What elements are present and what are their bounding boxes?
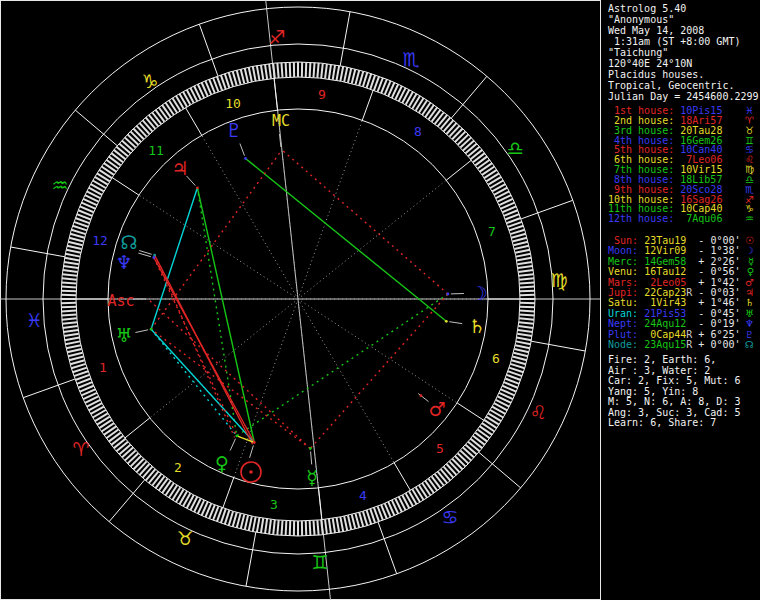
degree-tick bbox=[122, 140, 133, 150]
header-line: Julian Day = 2454600.2299 bbox=[608, 91, 760, 102]
degree-tick bbox=[109, 156, 121, 165]
aspect-point-dot bbox=[309, 447, 312, 450]
sign-boundary-line bbox=[479, 452, 521, 488]
degree-tick bbox=[306, 62, 307, 77]
degree-tick bbox=[337, 66, 340, 81]
degree-tick bbox=[518, 326, 533, 328]
planet-position-value: 23Aqu15 bbox=[644, 339, 686, 350]
degree-tick bbox=[471, 439, 483, 448]
degree-tick bbox=[146, 117, 156, 128]
venus-icon: ♀ bbox=[215, 452, 229, 474]
degree-tick bbox=[512, 238, 526, 242]
degree-tick bbox=[237, 513, 241, 527]
degree-tick bbox=[67, 349, 82, 352]
house-label: 12th house: bbox=[608, 213, 674, 224]
aspect-line bbox=[151, 329, 310, 448]
sign-boundary-line bbox=[75, 110, 117, 146]
degree-tick bbox=[261, 518, 263, 533]
degree-tick bbox=[63, 326, 78, 328]
daily-motion-value: - 0°19' bbox=[698, 318, 740, 329]
degree-tick bbox=[460, 137, 471, 147]
degree-tick bbox=[515, 345, 530, 348]
degree-tick bbox=[520, 291, 535, 292]
planet-pointer-dash bbox=[135, 330, 148, 333]
astrolog-window: ♓♈♉♊♋♌♍♎♏♐♑♒123456789101112☽☿♀♂♃♄♅♆♇☊MCA… bbox=[0, 0, 760, 600]
degree-tick bbox=[519, 322, 534, 324]
degree-tick bbox=[471, 150, 483, 159]
degree-tick bbox=[136, 126, 146, 137]
degree-tick bbox=[143, 467, 153, 478]
sign-boundary-line bbox=[340, 12, 350, 66]
house-cusp-segment bbox=[394, 463, 410, 491]
degree-tick bbox=[241, 514, 245, 529]
degree-tick bbox=[65, 341, 80, 344]
degree-tick bbox=[455, 131, 466, 142]
degree-tick bbox=[233, 512, 237, 526]
degree-tick bbox=[325, 64, 327, 79]
house-list: 1st house: 10Pis15♓ 2nd house: 18Ari57♈ … bbox=[608, 106, 760, 224]
degree-tick bbox=[348, 515, 351, 530]
degree-tick bbox=[130, 456, 141, 467]
sign-boundary-line bbox=[23, 379, 75, 398]
degree-tick bbox=[452, 129, 462, 140]
house-cusp-dotted bbox=[150, 299, 298, 418]
aspect-point-dot bbox=[445, 320, 448, 323]
planet-pointer-dash bbox=[311, 452, 312, 465]
house-cusp-dotted bbox=[298, 299, 394, 463]
degree-tick bbox=[116, 147, 127, 157]
planet-label: Moon: bbox=[608, 245, 638, 256]
degree-tick bbox=[344, 516, 347, 531]
pluto-icon: ♇ bbox=[225, 119, 242, 141]
degree-tick bbox=[516, 254, 531, 257]
degree-tick bbox=[286, 62, 287, 77]
aspect-line bbox=[151, 188, 197, 329]
sign-boundary-line bbox=[11, 247, 65, 257]
planet-position-value: 2Leo05 bbox=[644, 277, 686, 288]
planet-position-value: 0Cap44 bbox=[644, 329, 686, 340]
stats-line: Learn: 6, Share: 7 bbox=[608, 418, 760, 429]
degree-tick bbox=[317, 520, 318, 535]
degree-tick bbox=[466, 144, 477, 154]
degree-tick bbox=[514, 246, 529, 249]
degree-tick bbox=[475, 433, 487, 442]
degree-tick bbox=[245, 515, 248, 530]
degree-tick bbox=[449, 126, 459, 137]
degree-tick bbox=[438, 115, 447, 127]
planet-label: Merc: bbox=[608, 256, 638, 267]
planet-icon: ☊ bbox=[745, 340, 754, 350]
degree-tick bbox=[340, 66, 343, 81]
degree-tick bbox=[237, 70, 241, 84]
degree-tick bbox=[432, 110, 441, 122]
degree-tick bbox=[253, 66, 256, 81]
degree-tick bbox=[460, 450, 471, 460]
degree-tick bbox=[65, 258, 80, 261]
planet-position-value: 24Aqu12 bbox=[644, 318, 686, 329]
header-line: 1:31am (ST +8:00 GMT) bbox=[608, 36, 760, 47]
planet-position-value: 14Gem58 bbox=[644, 256, 686, 267]
sign-boundary-line bbox=[246, 532, 256, 586]
house-cusp-segment bbox=[274, 78, 277, 110]
degree-tick bbox=[125, 137, 136, 147]
planet-position-value: 23Tau19 bbox=[644, 235, 686, 246]
degree-tick bbox=[152, 474, 161, 486]
north-node-icon: ☊ bbox=[121, 231, 138, 253]
degree-tick bbox=[432, 476, 441, 488]
header-line: Tropical, Geocentric. bbox=[608, 80, 760, 91]
degree-tick bbox=[249, 516, 252, 531]
degree-tick bbox=[306, 521, 307, 536]
degree-tick bbox=[62, 282, 77, 283]
house-number: 8 bbox=[414, 124, 422, 139]
degree-tick bbox=[128, 134, 139, 144]
degree-tick bbox=[281, 520, 282, 535]
degree-tick bbox=[61, 311, 76, 312]
degree-tick bbox=[290, 62, 291, 77]
degree-tick bbox=[68, 353, 83, 357]
degree-tick bbox=[114, 439, 126, 448]
header-line: 120°40E 24°10N bbox=[608, 58, 760, 69]
degree-tick bbox=[61, 287, 76, 288]
degree-tick bbox=[325, 519, 327, 534]
house-number: 12 bbox=[92, 233, 108, 248]
house-number: 10 bbox=[225, 96, 241, 111]
degree-tick bbox=[466, 445, 477, 455]
degree-tick bbox=[69, 238, 83, 242]
